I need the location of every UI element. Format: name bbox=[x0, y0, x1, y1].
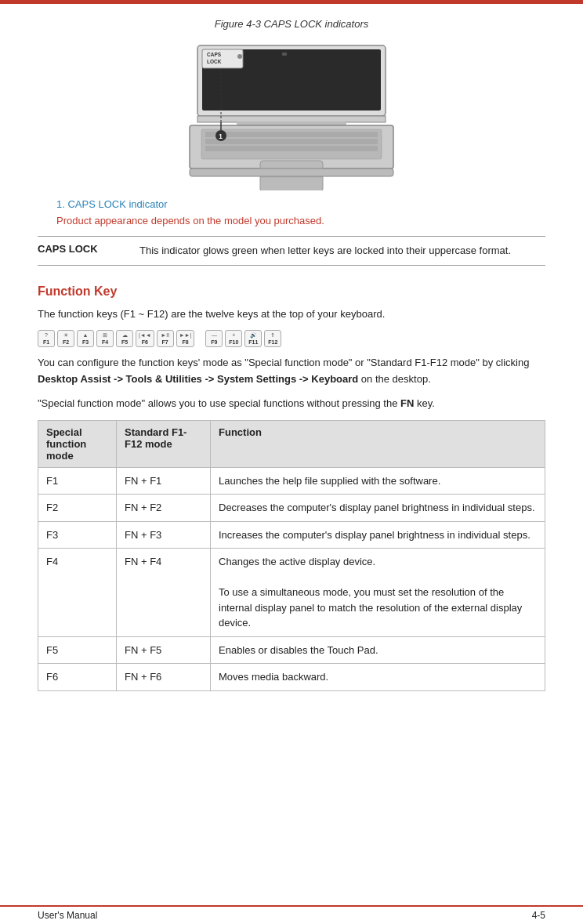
top-bar bbox=[0, 0, 583, 4]
configure-text-before: You can configure the function keys' mod… bbox=[38, 357, 529, 368]
col-header-standard: Standard F1-F12 mode bbox=[117, 420, 211, 467]
fn-key-label: FN bbox=[400, 397, 414, 409]
table-cell-special: F4 bbox=[38, 549, 117, 637]
fkey-f5: ☁ F5 bbox=[116, 330, 133, 347]
table-cell-standard: FN + F6 bbox=[117, 664, 211, 691]
fkey-f2-label: F2 bbox=[63, 339, 69, 346]
function-key-table: Specialfunction mode Standard F1-F12 mod… bbox=[38, 420, 545, 691]
footer-left: User's Manual bbox=[38, 910, 97, 921]
function-key-title: Function Key bbox=[38, 284, 545, 299]
svg-text:LOCK: LOCK bbox=[207, 59, 222, 64]
fkey-f5-icon: ☁ bbox=[122, 332, 128, 339]
svg-point-5 bbox=[237, 54, 242, 59]
figure-container: CAPS LOCK bbox=[38, 38, 545, 190]
table-row: F1FN + F1Launches the help file supplied… bbox=[38, 467, 545, 495]
svg-rect-6 bbox=[282, 53, 287, 56]
fkey-f8-icon: ►►| bbox=[179, 332, 192, 339]
table-cell-standard: FN + F4 bbox=[117, 549, 211, 637]
fkey-f3-label: F3 bbox=[82, 339, 89, 346]
configure-text-after: on the desktop. bbox=[358, 373, 431, 385]
fkey-f4: ⊞ F4 bbox=[96, 330, 114, 347]
fkey-f11: 🔊 F11 bbox=[244, 330, 262, 347]
table-cell-special: F3 bbox=[38, 521, 117, 549]
special-mode-text: "Special function mode" allows you to us… bbox=[38, 396, 545, 412]
col-header-special: Specialfunction mode bbox=[38, 420, 117, 467]
function-key-intro: The function keys (F1 ~ F12) are the twe… bbox=[38, 306, 545, 323]
fkey-f10: + F10 bbox=[225, 330, 242, 347]
fkey-f12: ⇑ F12 bbox=[264, 330, 281, 347]
fkey-f1-label: F1 bbox=[43, 339, 49, 346]
table-cell-special: F6 bbox=[38, 664, 117, 691]
configure-text: You can configure the function keys' mod… bbox=[38, 355, 545, 388]
table-row: F3FN + F3Increases the computer's displa… bbox=[38, 521, 545, 549]
fkey-f8-label: F8 bbox=[182, 339, 188, 346]
svg-rect-11 bbox=[205, 132, 378, 137]
fkey-f11-icon: 🔊 bbox=[250, 332, 257, 339]
svg-rect-12 bbox=[205, 139, 378, 144]
function-keys-row: ? F1 ☀ F2 ▲ F3 ⊞ F4 ☁ F5 |◄◄ F6 ►II F7 ►… bbox=[38, 330, 545, 347]
figure-title: Figure 4-3 CAPS LOCK indicators bbox=[38, 18, 545, 30]
fkey-f7: ►II F7 bbox=[157, 330, 174, 347]
product-note: Product appearance depends on the model … bbox=[38, 215, 545, 226]
main-content: Figure 4-3 CAPS LOCK indicators CAPS LOC… bbox=[0, 18, 583, 723]
table-cell-function: Decreases the computer's display panel b… bbox=[211, 495, 545, 522]
configure-text-bold: Desktop Assist -> Tools & Utilities -> S… bbox=[38, 373, 358, 385]
fkey-f1: ? F1 bbox=[38, 330, 55, 347]
table-cell-special: F5 bbox=[38, 636, 117, 664]
fkey-f4-label: F4 bbox=[102, 339, 108, 346]
fkey-f11-label: F11 bbox=[248, 339, 258, 346]
fkey-f5-label: F5 bbox=[121, 339, 128, 346]
laptop-svg: CAPS LOCK bbox=[158, 38, 425, 190]
col-header-function: Function bbox=[211, 420, 545, 467]
fkey-f10-label: F10 bbox=[229, 339, 238, 346]
table-row: F6FN + F6Moves media backward. bbox=[38, 664, 545, 691]
special-mode-before: "Special function mode" allows you to us… bbox=[38, 397, 400, 409]
caps-lock-info-row: CAPS LOCK This indicator glows green whe… bbox=[38, 236, 545, 266]
footer: User's Manual 4-5 bbox=[0, 905, 583, 924]
svg-text:CAPS: CAPS bbox=[207, 52, 222, 57]
fkey-f9-label: F9 bbox=[211, 339, 217, 346]
table-cell-special: F1 bbox=[38, 467, 117, 495]
table-cell-function: Enables or disables the Touch Pad. bbox=[211, 636, 545, 664]
caps-lock-indicator-label: 1. CAPS LOCK indicator bbox=[38, 198, 545, 210]
fkey-f6-label: F6 bbox=[142, 339, 148, 346]
table-cell-function: Launches the help file supplied with the… bbox=[211, 467, 545, 495]
fkey-f7-icon: ►II bbox=[161, 332, 169, 339]
table-row: F4FN + F4Changes the active display devi… bbox=[38, 549, 545, 637]
caps-lock-desc: This indicator glows green when letter k… bbox=[139, 243, 511, 259]
fkey-f12-label: F12 bbox=[268, 339, 277, 346]
footer-right: 4-5 bbox=[532, 910, 545, 921]
table-cell-standard: FN + F1 bbox=[117, 467, 211, 495]
fkey-f4-icon: ⊞ bbox=[103, 332, 107, 339]
table-cell-standard: FN + F3 bbox=[117, 521, 211, 549]
table-row: F2FN + F2Decreases the computer's displa… bbox=[38, 495, 545, 522]
fkey-f6: |◄◄ F6 bbox=[136, 330, 154, 347]
table-cell-function: Changes the active display device.To use… bbox=[211, 549, 545, 637]
table-cell-special: F2 bbox=[38, 495, 117, 522]
fkey-f2: ☀ F2 bbox=[57, 330, 74, 347]
fkey-f2-icon: ☀ bbox=[63, 332, 68, 339]
laptop-diagram: CAPS LOCK bbox=[158, 38, 425, 190]
table-header-row: Specialfunction mode Standard F1-F12 mod… bbox=[38, 420, 545, 467]
fkey-f12-icon: ⇑ bbox=[270, 332, 275, 339]
fkey-f3-icon: ▲ bbox=[83, 332, 89, 339]
svg-rect-16 bbox=[190, 168, 393, 176]
svg-rect-13 bbox=[205, 146, 378, 151]
special-mode-after: key. bbox=[414, 397, 435, 409]
fkey-f3: ▲ F3 bbox=[77, 330, 94, 347]
svg-text:1: 1 bbox=[219, 132, 223, 140]
fkey-f6-icon: |◄◄ bbox=[139, 332, 151, 339]
table-cell-function: Moves media backward. bbox=[211, 664, 545, 691]
table-cell-standard: FN + F2 bbox=[117, 495, 211, 522]
svg-rect-7 bbox=[197, 116, 386, 122]
fkey-f9-icon: — bbox=[212, 332, 217, 339]
fkey-f10-icon: + bbox=[232, 332, 235, 339]
fkey-f8: ►►| F8 bbox=[176, 330, 195, 347]
table-row: F5FN + F5Enables or disables the Touch P… bbox=[38, 636, 545, 664]
table-cell-function: Increases the computer's display panel b… bbox=[211, 521, 545, 549]
fkey-f1-icon: ? bbox=[45, 332, 48, 339]
table-cell-standard: FN + F5 bbox=[117, 636, 211, 664]
caps-lock-label: CAPS LOCK bbox=[38, 243, 139, 259]
fkey-f9: — F9 bbox=[205, 330, 223, 347]
fkey-f7-label: F7 bbox=[162, 339, 168, 346]
